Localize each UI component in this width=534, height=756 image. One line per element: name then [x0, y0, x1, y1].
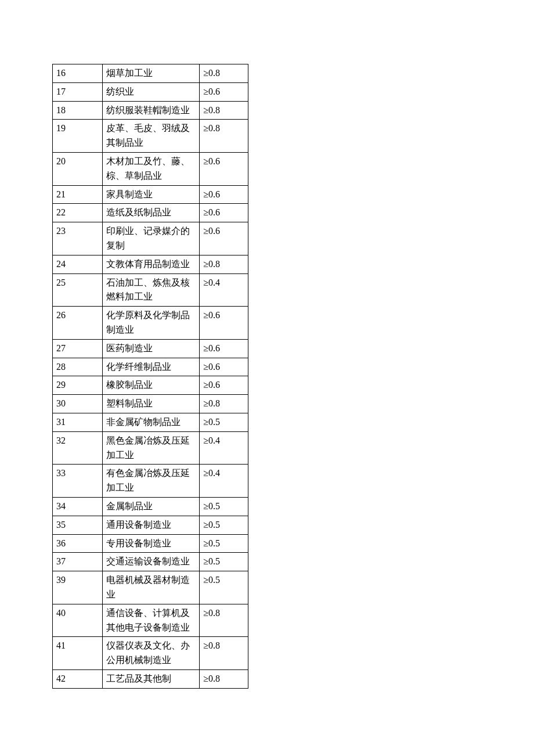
table-row: 33有色金属冶炼及压延加工业≥0.4: [53, 465, 248, 498]
industry-name: 金属制品业: [102, 497, 199, 516]
table-row: 21家具制造业≥0.6: [53, 185, 248, 204]
threshold-value: ≥0.8: [200, 637, 248, 670]
row-id: 18: [53, 101, 103, 120]
row-id: 30: [53, 395, 103, 413]
industry-name: 石油加工、炼焦及核燃料加工业: [102, 273, 199, 307]
row-id: 19: [53, 120, 103, 153]
threshold-value: ≥0.8: [200, 101, 248, 120]
industry-name: 医药制造业: [102, 339, 199, 358]
table-row: 26化学原料及化学制品制造业≥0.6: [53, 307, 248, 340]
row-id: 29: [53, 376, 103, 395]
threshold-value: ≥0.6: [200, 82, 248, 101]
table-row: 16烟草加工业≥0.8: [53, 64, 248, 83]
table-row: 28化学纤维制品业≥0.6: [53, 358, 248, 376]
row-id: 36: [53, 534, 103, 553]
table-row: 27医药制造业≥0.6: [53, 339, 248, 358]
industry-name: 通用设备制造业: [102, 516, 199, 534]
threshold-value: ≥0.6: [200, 339, 248, 358]
threshold-value: ≥0.8: [200, 604, 248, 637]
industry-name: 有色金属冶炼及压延加工业: [102, 465, 199, 498]
row-id: 33: [53, 465, 103, 498]
industry-name: 皮革、毛皮、羽绒及其制品业: [102, 120, 199, 153]
threshold-value: ≥0.8: [200, 255, 248, 273]
industry-name: 专用设备制造业: [102, 534, 199, 553]
industry-name: 非金属矿物制品业: [102, 413, 199, 431]
industry-name: 烟草加工业: [102, 64, 199, 83]
row-id: 35: [53, 516, 103, 534]
industry-name: 通信设备、计算机及其他电子设备制造业: [102, 604, 199, 637]
row-id: 20: [53, 152, 103, 185]
table-row: 18纺织服装鞋帽制造业≥0.8: [53, 101, 248, 120]
row-id: 22: [53, 204, 103, 222]
threshold-value: ≥0.6: [200, 376, 248, 395]
table-row: 31非金属矿物制品业≥0.5: [53, 413, 248, 431]
table-row: 25石油加工、炼焦及核燃料加工业≥0.4: [53, 273, 248, 307]
row-id: 32: [53, 431, 103, 465]
row-id: 25: [53, 273, 103, 307]
table-row: 22造纸及纸制品业≥0.6: [53, 204, 248, 222]
table-row: 29橡胶制品业≥0.6: [53, 376, 248, 395]
threshold-value: ≥0.6: [200, 307, 248, 340]
table-row: 30塑料制品业≥0.8: [53, 395, 248, 413]
table-row: 17纺织业≥0.6: [53, 82, 248, 101]
row-id: 27: [53, 339, 103, 358]
industry-name: 电器机械及器材制造业: [102, 571, 199, 604]
row-id: 31: [53, 413, 103, 431]
table-row: 40通信设备、计算机及其他电子设备制造业≥0.8: [53, 604, 248, 637]
table-row: 35通用设备制造业≥0.5: [53, 516, 248, 534]
row-id: 34: [53, 497, 103, 516]
table-row: 39电器机械及器材制造业≥0.5: [53, 571, 248, 604]
industry-name: 化学纤维制品业: [102, 358, 199, 376]
row-id: 28: [53, 358, 103, 376]
threshold-value: ≥0.8: [200, 64, 248, 83]
threshold-value: ≥0.4: [200, 273, 248, 307]
threshold-value: ≥0.8: [200, 395, 248, 413]
industry-name: 工艺品及其他制: [102, 669, 199, 688]
table-row: 23印刷业、记录媒介的复制≥0.6: [53, 222, 248, 255]
row-id: 23: [53, 222, 103, 255]
row-id: 39: [53, 571, 103, 604]
threshold-value: ≥0.5: [200, 413, 248, 431]
threshold-value: ≥0.6: [200, 185, 248, 204]
threshold-value: ≥0.5: [200, 553, 248, 571]
row-id: 24: [53, 255, 103, 273]
industry-name: 文教体育用品制造业: [102, 255, 199, 273]
industry-name: 造纸及纸制品业: [102, 204, 199, 222]
row-id: 16: [53, 64, 103, 83]
row-id: 21: [53, 185, 103, 204]
industry-name: 纺织业: [102, 82, 199, 101]
table-row: 19皮革、毛皮、羽绒及其制品业≥0.8: [53, 120, 248, 153]
industry-name: 纺织服装鞋帽制造业: [102, 101, 199, 120]
row-id: 40: [53, 604, 103, 637]
threshold-value: ≥0.5: [200, 516, 248, 534]
threshold-value: ≥0.5: [200, 571, 248, 604]
threshold-value: ≥0.5: [200, 534, 248, 553]
row-id: 17: [53, 82, 103, 101]
industry-name: 家具制造业: [102, 185, 199, 204]
row-id: 26: [53, 307, 103, 340]
row-id: 37: [53, 553, 103, 571]
table-row: 24文教体育用品制造业≥0.8: [53, 255, 248, 273]
industry-name: 印刷业、记录媒介的复制: [102, 222, 199, 255]
threshold-value: ≥0.6: [200, 222, 248, 255]
industry-name: 化学原料及化学制品制造业: [102, 307, 199, 340]
threshold-value: ≥0.6: [200, 152, 248, 185]
industry-name: 仪器仪表及文化、办公用机械制造业: [102, 637, 199, 670]
table-row: 20木材加工及竹、藤、棕、草制品业≥0.6: [53, 152, 248, 185]
threshold-value: ≥0.4: [200, 431, 248, 465]
table-row: 36专用设备制造业≥0.5: [53, 534, 248, 553]
table-row: 41仪器仪表及文化、办公用机械制造业≥0.8: [53, 637, 248, 670]
table-row: 37交通运输设备制造业≥0.5: [53, 553, 248, 571]
table-row: 32黑色金属冶炼及压延加工业≥0.4: [53, 431, 248, 465]
threshold-value: ≥0.8: [200, 120, 248, 153]
threshold-value: ≥0.6: [200, 204, 248, 222]
row-id: 41: [53, 637, 103, 670]
industry-table: 16烟草加工业≥0.817纺织业≥0.618纺织服装鞋帽制造业≥0.819皮革、…: [52, 64, 248, 689]
row-id: 42: [53, 669, 103, 688]
industry-name: 木材加工及竹、藤、棕、草制品业: [102, 152, 199, 185]
industry-name: 黑色金属冶炼及压延加工业: [102, 431, 199, 465]
industry-name: 橡胶制品业: [102, 376, 199, 395]
threshold-value: ≥0.4: [200, 465, 248, 498]
threshold-value: ≥0.5: [200, 497, 248, 516]
table-row: 34金属制品业≥0.5: [53, 497, 248, 516]
